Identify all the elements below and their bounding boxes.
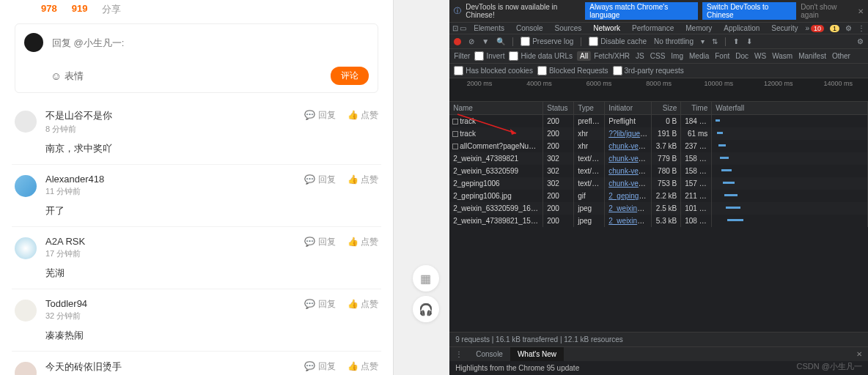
submit-button[interactable]: 评论 [331, 67, 369, 85]
avatar[interactable] [15, 300, 37, 322]
hide-data-urls-checkbox[interactable]: Hide data URLs [509, 51, 573, 61]
filter-img[interactable]: Img [668, 51, 686, 61]
reply-button[interactable]: 💬 回复 [304, 174, 335, 186]
like-button[interactable]: 👍 点赞 [347, 236, 378, 248]
filter-font[interactable]: Font [712, 51, 732, 61]
table-row[interactable]: 2_weixin_63320599_1634952868.jpg 200 jpe… [449, 202, 868, 215]
like-button[interactable]: 👍 点赞 [347, 298, 378, 311]
reply-button[interactable]: 💬 回复 [304, 298, 335, 311]
throttling-select[interactable]: No throttling [654, 37, 694, 45]
warn-badge[interactable]: 1 [830, 25, 839, 32]
comment-time: 17 分钟前 [45, 248, 85, 259]
blocked-requests-checkbox[interactable]: Blocked Requests [537, 66, 608, 75]
tab-application[interactable]: Application [718, 22, 765, 34]
reply-button[interactable]: 💬 回复 [304, 360, 335, 373]
banner-msg: DevTools is now available in Chinese! [466, 3, 581, 19]
avatar[interactable] [15, 111, 37, 133]
table-row[interactable]: 2_geping1006 302 text/html... chunk-vend… [449, 177, 868, 190]
drawer-tabs: ⋮ Console What's New ✕ [449, 346, 868, 361]
filter-ws[interactable]: WS [751, 51, 769, 61]
kebab-icon[interactable]: ⋮ [858, 24, 865, 32]
headset-icon[interactable]: 🎧 [413, 296, 439, 322]
filter-css[interactable]: CSS [647, 51, 669, 61]
console-tab[interactable]: Console [468, 347, 510, 361]
reply-input[interactable] [52, 37, 369, 48]
chevron-down-icon[interactable]: ▾ [701, 37, 705, 45]
qr-icon[interactable]: ▦ [413, 265, 439, 292]
drawer-toggle[interactable]: ⋮ [449, 347, 468, 361]
like-button[interactable]: 👍 点赞 [347, 174, 378, 186]
stat-1[interactable]: 978 [41, 3, 57, 16]
avatar[interactable] [15, 237, 37, 259]
timeline[interactable]: 2000 ms4000 ms6000 ms8000 ms10000 ms1200… [449, 78, 868, 102]
table-row[interactable]: 2_weixin_63320599 302 text/html... chunk… [449, 165, 868, 177]
error-badge[interactable]: 10 [811, 25, 824, 32]
banner-switch-button[interactable]: Switch DevTools to Chinese [702, 2, 796, 20]
reply-button[interactable]: 💬 回复 [304, 236, 335, 248]
table-row[interactable]: 2_weixin_47389821_1587899136.jpg 200 jpe… [449, 215, 868, 227]
preserve-log-checkbox[interactable]: Preserve log [521, 37, 573, 46]
upload-icon[interactable]: ⬆ [733, 37, 739, 45]
download-icon[interactable]: ⬇ [746, 37, 752, 45]
comment-text: 芜湖 [45, 267, 378, 280]
emoji-button[interactable]: ☺ 表情 [51, 70, 84, 83]
device-icon[interactable]: ▭ [460, 24, 466, 32]
table-row[interactable]: 2_geping1006.jpg 200 gif 2_geping1006 2.… [449, 190, 868, 202]
comment-user[interactable]: 不是山谷不是你 [45, 109, 112, 122]
banner-match-button[interactable]: Always match Chrome's language [585, 2, 698, 20]
share-button[interactable]: 分享 [102, 3, 121, 16]
filter-other[interactable]: Other [829, 51, 853, 61]
invert-checkbox[interactable]: Invert [474, 51, 504, 61]
more-tabs[interactable]: » [805, 24, 809, 32]
record-button[interactable] [454, 38, 461, 45]
avatar[interactable] [15, 362, 37, 375]
comment-user[interactable]: Alexander418 [45, 174, 104, 185]
filter-bar: Filter Invert Hide data URLs AllFetch/XH… [449, 49, 868, 64]
third-party-checkbox[interactable]: 3rd-party requests [613, 66, 684, 75]
clear-icon[interactable]: ⊘ [468, 37, 474, 45]
blocked-cookies-checkbox[interactable]: Has blocked cookies [454, 66, 533, 75]
filter-fetch/xhr[interactable]: Fetch/XHR [591, 51, 633, 61]
table-header[interactable]: Name Status Type Initiator Size Time Wat… [449, 102, 868, 115]
filter-manifest[interactable]: Manifest [795, 51, 829, 61]
table-row[interactable]: 2_weixin_47389821 302 text/html... chunk… [449, 152, 868, 165]
search-icon[interactable]: 🔍 [496, 37, 505, 45]
table-row[interactable]: track 200 preflight Preflight 0 B 184 ms [449, 115, 868, 127]
filter-icon[interactable]: ▼ [482, 37, 489, 45]
whats-new-tab[interactable]: What's New [510, 347, 564, 361]
filter-all[interactable]: All [577, 51, 591, 61]
like-button[interactable]: 👍 点赞 [347, 360, 378, 373]
comment-user[interactable]: A2A RSK [45, 236, 85, 247]
banner-dismiss[interactable]: Don't show again [801, 3, 853, 19]
comment-text: 南京，求中奖吖 [45, 142, 378, 155]
tab-elements[interactable]: Elements [468, 22, 510, 34]
tab-sources[interactable]: Sources [549, 22, 588, 34]
comment-user[interactable]: 今天的砖依旧烫手 [45, 360, 122, 374]
filter-doc[interactable]: Doc [732, 51, 751, 61]
gear-icon[interactable]: ⚙ [845, 24, 852, 32]
info-icon: ⓘ [454, 6, 461, 16]
wifi-icon[interactable]: ⇅ [712, 37, 718, 45]
comment-text: 凑凑热闹 [45, 329, 378, 342]
filter-wasm[interactable]: Wasm [769, 51, 795, 61]
tab-performance[interactable]: Performance [626, 22, 680, 34]
comment-time: 32 分钟前 [45, 311, 87, 322]
tab-memory[interactable]: Memory [680, 22, 718, 34]
disable-cache-checkbox[interactable]: Disable cache [589, 37, 647, 46]
tab-console[interactable]: Console [510, 22, 549, 34]
comment-time: 8 分钟前 [45, 124, 112, 135]
drawer-close-icon[interactable]: ✕ [850, 347, 868, 361]
avatar[interactable] [15, 175, 37, 197]
reply-button[interactable]: 💬 回复 [304, 109, 335, 122]
filter-js[interactable]: JS [633, 51, 647, 61]
stat-2[interactable]: 919 [72, 3, 88, 16]
table-row[interactable]: allComment?pageNum=2&pageSize... 200 xhr… [449, 140, 868, 152]
toolbar-gear-icon[interactable]: ⚙ [857, 37, 864, 45]
filter-media[interactable]: Media [686, 51, 712, 61]
like-button[interactable]: 👍 点赞 [347, 109, 378, 122]
close-icon[interactable]: ✕ [858, 7, 864, 15]
inspect-icon[interactable]: ⊡ [452, 24, 458, 32]
tab-security[interactable]: Security [765, 22, 803, 34]
comment-user[interactable]: Toddler94 [45, 298, 87, 309]
table-row[interactable]: track 200 xhr ??lib/jquery/1.12.4... 191… [449, 127, 868, 140]
